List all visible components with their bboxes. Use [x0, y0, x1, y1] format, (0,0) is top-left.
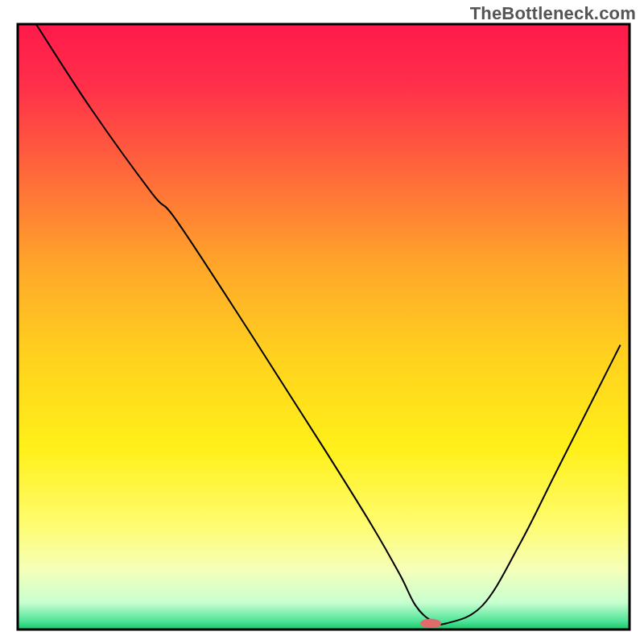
- chart-svg: [0, 0, 644, 644]
- optimal-point-marker: [420, 618, 441, 628]
- plot-background: [18, 24, 630, 630]
- watermark-text: TheBottleneck.com: [470, 3, 636, 24]
- bottleneck-chart: TheBottleneck.com: [0, 0, 644, 644]
